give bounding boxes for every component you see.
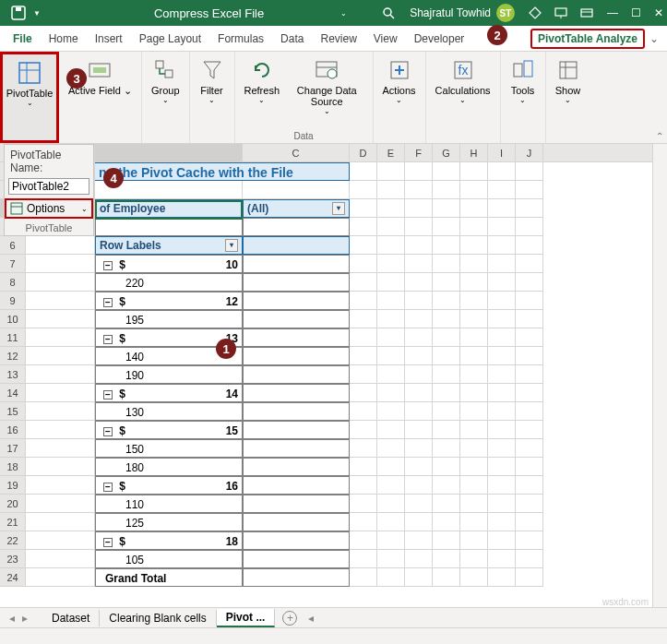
cell[interactable] xyxy=(350,384,377,402)
cell[interactable] xyxy=(460,181,488,199)
cell[interactable] xyxy=(405,421,433,439)
row-header[interactable]: 8 xyxy=(0,273,26,292)
cell[interactable]: 150 xyxy=(95,439,243,458)
cell[interactable] xyxy=(26,531,95,550)
cell[interactable] xyxy=(350,458,377,476)
cell[interactable] xyxy=(460,476,488,495)
cell[interactable] xyxy=(488,328,516,347)
cell[interactable] xyxy=(243,458,350,476)
cell[interactable] xyxy=(460,550,488,568)
cell[interactable] xyxy=(488,199,516,218)
cell[interactable] xyxy=(433,365,460,384)
cell[interactable] xyxy=(460,384,488,402)
cell[interactable] xyxy=(405,365,433,384)
cell[interactable] xyxy=(405,439,433,458)
cell[interactable] xyxy=(488,347,516,365)
cell[interactable] xyxy=(350,365,377,384)
cell[interactable] xyxy=(26,550,95,568)
cell[interactable] xyxy=(243,550,350,568)
cell[interactable] xyxy=(243,495,350,513)
ribbon-more-icon[interactable]: ⌄ xyxy=(647,32,661,45)
cell[interactable] xyxy=(516,162,543,181)
cell[interactable] xyxy=(460,199,488,218)
cell[interactable] xyxy=(26,513,95,531)
cell[interactable] xyxy=(405,513,433,531)
col-header-h[interactable]: H xyxy=(460,144,488,161)
cell[interactable] xyxy=(350,181,377,199)
refresh-button[interactable]: Refresh ⌄ xyxy=(239,55,286,117)
cell[interactable] xyxy=(243,384,350,402)
cell[interactable] xyxy=(488,495,516,513)
cell[interactable] xyxy=(243,292,350,310)
cell[interactable] xyxy=(516,550,543,568)
cell[interactable] xyxy=(350,255,377,273)
cell[interactable] xyxy=(516,328,543,347)
cell[interactable] xyxy=(405,218,433,236)
cell[interactable] xyxy=(433,236,460,255)
dropdown-icon[interactable]: ⌄ xyxy=(340,9,347,18)
cell[interactable] xyxy=(377,365,405,384)
cell[interactable] xyxy=(377,218,405,236)
row-header[interactable]: 18 xyxy=(0,458,26,476)
cell[interactable] xyxy=(460,402,488,421)
cell[interactable]: − $10 xyxy=(95,255,243,273)
cell[interactable] xyxy=(350,476,377,495)
pivottable-button[interactable]: PivotTable ⌄ xyxy=(1,58,59,109)
row-header[interactable]: 17 xyxy=(0,439,26,458)
cell[interactable]: − $14 xyxy=(95,384,243,402)
row-header[interactable]: 22 xyxy=(0,531,26,550)
cell[interactable] xyxy=(377,181,405,199)
cell[interactable] xyxy=(350,162,377,181)
cell[interactable] xyxy=(488,292,516,310)
tab-nav-prev-icon[interactable]: ◂ xyxy=(9,612,15,625)
col-header-d[interactable]: D xyxy=(350,144,377,161)
cell[interactable] xyxy=(488,421,516,439)
cell[interactable] xyxy=(377,162,405,181)
cell[interactable] xyxy=(377,292,405,310)
cell[interactable] xyxy=(377,273,405,292)
cell[interactable] xyxy=(377,513,405,531)
cell[interactable] xyxy=(405,568,433,587)
cell[interactable]: − $16 xyxy=(95,476,243,495)
cell[interactable] xyxy=(350,421,377,439)
diamond-icon[interactable] xyxy=(528,6,542,20)
cell[interactable] xyxy=(26,495,95,513)
cell[interactable] xyxy=(516,531,543,550)
dropdown-icon[interactable]: ▼ xyxy=(33,9,41,18)
calculations-button[interactable]: fx Calculations ⌄ xyxy=(430,55,496,106)
minimize-icon[interactable]: — xyxy=(607,6,618,19)
cell[interactable] xyxy=(433,568,460,587)
ribbon-mode-icon[interactable] xyxy=(579,6,594,20)
cell[interactable]: ng the Pivot Cache with the File xyxy=(95,162,350,181)
cell[interactable] xyxy=(26,236,95,255)
cell[interactable] xyxy=(377,421,405,439)
cell[interactable] xyxy=(460,273,488,292)
cell[interactable] xyxy=(26,439,95,458)
cell[interactable] xyxy=(488,162,516,181)
cell[interactable] xyxy=(488,181,516,199)
cell[interactable] xyxy=(488,513,516,531)
cell[interactable] xyxy=(26,421,95,439)
cell[interactable] xyxy=(26,384,95,402)
cell[interactable] xyxy=(516,347,543,365)
cell[interactable] xyxy=(488,439,516,458)
cell[interactable] xyxy=(516,495,543,513)
cell[interactable] xyxy=(377,328,405,347)
cell[interactable] xyxy=(377,439,405,458)
cell[interactable] xyxy=(377,495,405,513)
cell[interactable] xyxy=(460,513,488,531)
tab-insert[interactable]: Insert xyxy=(88,29,130,49)
tab-developer[interactable]: Developer xyxy=(407,29,472,49)
row-header[interactable]: 14 xyxy=(0,384,26,402)
cell[interactable] xyxy=(26,568,95,587)
cell[interactable]: 125 xyxy=(95,513,243,531)
cell[interactable] xyxy=(377,568,405,587)
cell[interactable] xyxy=(433,550,460,568)
cell[interactable]: 195 xyxy=(95,310,243,328)
cell[interactable] xyxy=(243,236,350,255)
cell[interactable] xyxy=(488,568,516,587)
cell[interactable] xyxy=(516,476,543,495)
cell[interactable] xyxy=(405,328,433,347)
cell[interactable] xyxy=(26,402,95,421)
cell[interactable] xyxy=(95,218,243,236)
